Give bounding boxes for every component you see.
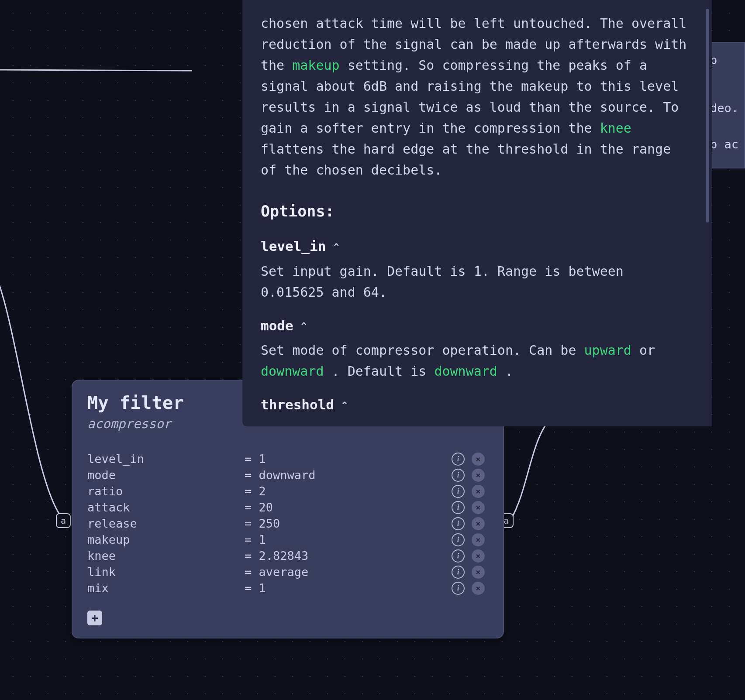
param-actions: i× [452, 533, 488, 546]
option-name: level_in [261, 236, 326, 257]
option-heading[interactable]: level_in^ [261, 236, 693, 257]
option-name: threshold [261, 394, 334, 416]
bg-text: p [710, 53, 741, 101]
param-name[interactable]: knee [87, 549, 245, 563]
param-delete-icon[interactable]: × [472, 469, 485, 482]
option-description: Set mode of compressor operation. Can be… [261, 340, 693, 382]
param-name[interactable]: mix [87, 581, 245, 595]
param-name[interactable]: level_in [87, 452, 245, 466]
options-heading: Options: [261, 199, 693, 223]
param-info-icon[interactable]: i [452, 549, 465, 563]
param-name[interactable]: ratio [87, 484, 245, 498]
param-info-icon[interactable]: i [452, 501, 465, 514]
param-info-icon[interactable]: i [452, 517, 465, 530]
bg-text: p ac [710, 137, 741, 151]
param-info-icon[interactable]: i [452, 485, 465, 498]
doc-intro: chosen attack time will be left untouche… [261, 13, 693, 181]
params-list: level_in= 1i×mode= downwardi×ratio= 2i×a… [87, 452, 488, 595]
param-delete-icon[interactable]: × [472, 566, 485, 579]
param-delete-icon[interactable]: × [472, 453, 485, 466]
param-actions: i× [452, 582, 488, 595]
input-port[interactable]: a [56, 513, 71, 528]
param-actions: i× [452, 566, 488, 579]
param-name[interactable]: release [87, 517, 245, 530]
param-value[interactable]: = 1 [245, 533, 452, 546]
param-value[interactable]: = 2.82843 [245, 549, 452, 563]
doc-panel: chosen attack time will be left untouche… [242, 0, 712, 426]
keyword: downward [261, 364, 324, 379]
param-actions: i× [452, 453, 488, 466]
param-actions: i× [452, 469, 488, 482]
param-actions: i× [452, 485, 488, 498]
param-actions: i× [452, 517, 488, 530]
option-description: Set input gain. Default is 1. Range is b… [261, 261, 693, 303]
param-value[interactable]: = 1 [245, 581, 452, 595]
keyword: downward [434, 364, 497, 379]
param-delete-icon[interactable]: × [472, 485, 485, 498]
param-delete-icon[interactable]: × [472, 549, 485, 563]
param-delete-icon[interactable]: × [472, 582, 485, 595]
add-param-button[interactable]: + [87, 611, 102, 625]
port-label: a [61, 515, 66, 526]
param-info-icon[interactable]: i [452, 582, 465, 595]
chevron-up-icon: ^ [342, 398, 347, 412]
keyword: upward [584, 343, 631, 358]
param-delete-icon[interactable]: × [472, 533, 485, 546]
param-delete-icon[interactable]: × [472, 517, 485, 530]
param-value[interactable]: = 20 [245, 501, 452, 514]
param-actions: i× [452, 501, 488, 514]
keyword: makeup [292, 58, 339, 73]
param-name[interactable]: link [87, 565, 245, 579]
plus-icon: + [91, 611, 98, 625]
param-name[interactable]: attack [87, 501, 245, 514]
param-info-icon[interactable]: i [452, 469, 465, 482]
param-delete-icon[interactable]: × [472, 501, 485, 514]
chevron-up-icon: ^ [334, 240, 339, 254]
chevron-up-icon: ^ [301, 319, 307, 333]
option-heading[interactable]: mode^ [261, 315, 693, 337]
param-value[interactable]: = average [245, 565, 452, 579]
option-heading[interactable]: threshold^ [261, 394, 693, 416]
param-value[interactable]: = 1 [245, 452, 452, 466]
scrollbar[interactable] [706, 9, 709, 223]
param-value[interactable]: = 2 [245, 484, 452, 498]
bg-text: deo. [710, 101, 741, 115]
param-value[interactable]: = downward [245, 468, 452, 482]
param-value[interactable]: = 250 [245, 517, 452, 530]
option-name: mode [261, 315, 293, 337]
param-info-icon[interactable]: i [452, 453, 465, 466]
param-name[interactable]: makeup [87, 533, 245, 546]
param-name[interactable]: mode [87, 468, 245, 482]
port-label: a [504, 515, 509, 526]
keyword: knee [600, 120, 631, 136]
param-info-icon[interactable]: i [452, 533, 465, 546]
param-actions: i× [452, 549, 488, 563]
param-info-icon[interactable]: i [452, 566, 465, 579]
